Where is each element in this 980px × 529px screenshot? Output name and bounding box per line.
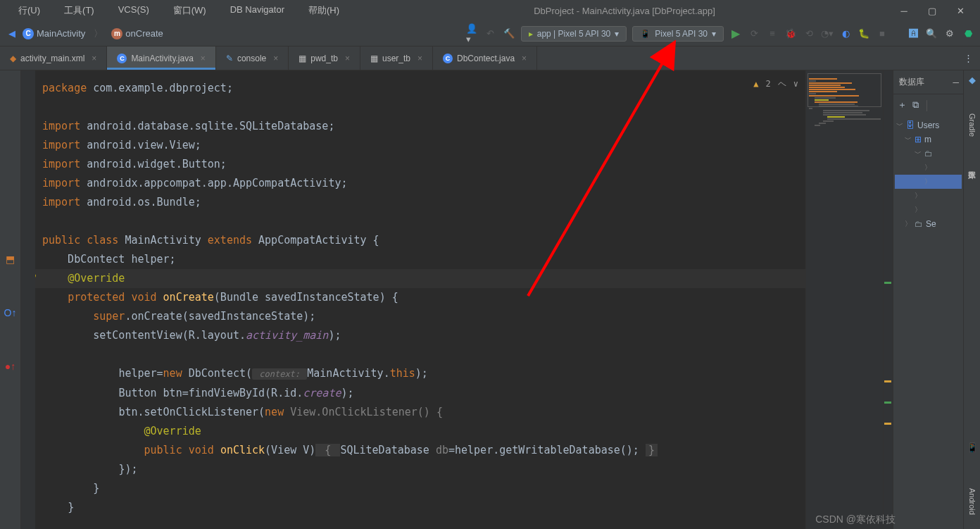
tab-label: console <box>237 54 266 63</box>
close-icon[interactable]: × <box>345 54 350 63</box>
apply-changes-icon[interactable]: ⟳ <box>748 27 760 40</box>
menu-help[interactable]: 帮助(H) <box>297 1 351 20</box>
tree-item-leaf1[interactable]: 〉 <box>895 161 962 175</box>
prev-highlight-icon[interactable]: ヘ <box>778 75 786 94</box>
marker-green[interactable] <box>884 282 891 284</box>
hammer-icon[interactable]: 🔨 <box>503 27 515 40</box>
code-token: @Override <box>144 425 201 437</box>
minimap-viewport[interactable] <box>808 73 881 107</box>
add-icon[interactable]: ＋ <box>898 99 907 111</box>
titlebar: 行(U) 工具(T) VCS(S) 窗口(W) DB Navigator 帮助(… <box>0 0 980 21</box>
error-stripe[interactable] <box>883 70 893 529</box>
gradle-tab[interactable]: Gradle <box>968 113 976 137</box>
marker-warning[interactable] <box>884 423 891 425</box>
tree-label: Se <box>926 219 936 229</box>
hide-panel-icon[interactable]: ─ <box>953 77 959 87</box>
tab-pwd-tb[interactable]: ▦ pwd_tb × <box>289 46 360 70</box>
code-token: } <box>68 501 74 514</box>
database-panel-title[interactable]: 数据库 ─ <box>893 70 963 94</box>
menu-run[interactable]: 行(U) <box>7 1 51 20</box>
profiler-icon[interactable]: ◔▾ <box>821 27 834 40</box>
marker-warning[interactable] <box>884 380 891 382</box>
android-tab[interactable]: Android <box>968 488 976 515</box>
copy-icon[interactable]: ⧉ <box>912 99 919 111</box>
android-icon: ▸ <box>529 29 533 39</box>
maximize-button[interactable]: ▢ <box>926 6 938 16</box>
tab-dbcontect[interactable]: C DbContect.java × <box>433 46 537 70</box>
run-button[interactable]: ▶ <box>729 27 742 40</box>
minimap[interactable] <box>805 70 883 529</box>
menu-window[interactable]: 窗口(W) <box>162 1 218 20</box>
minimize-button[interactable]: ─ <box>898 6 910 16</box>
code-token: import <box>42 196 87 209</box>
tree-item-se[interactable]: 〉 🗀 Se <box>895 217 962 231</box>
run-config-selector[interactable]: ▸ app | Pixel 5 API 30 ▾ <box>521 26 627 42</box>
database-panel: 数据库 ─ ＋ ⧉ │ ﹀ 🗄 Users ﹀ ⊞ m ﹀ 🗀 〉 <box>893 70 963 529</box>
code-token: SQLiteDatabase <box>340 444 435 456</box>
settings-icon[interactable]: ⚙ <box>943 27 956 40</box>
speedometer-icon[interactable]: ◐ <box>839 27 852 40</box>
search-icon[interactable]: 🔍 <box>925 27 938 40</box>
close-icon[interactable]: × <box>417 54 422 63</box>
tree-item-leaf2[interactable]: 〉 <box>895 175 962 189</box>
code-area[interactable]: ▲ 2 ヘ ∨ package com.example.dbproject; i… <box>35 70 805 529</box>
warning-count: 2 <box>766 75 771 94</box>
close-icon[interactable]: × <box>273 54 278 63</box>
breadcrumb-class[interactable]: C MainActivity <box>18 27 89 41</box>
right-tool-strip: ◆ Gradle 数据库 📱 Android <box>963 70 980 529</box>
close-icon[interactable]: × <box>522 54 527 63</box>
close-button[interactable]: ✕ <box>955 6 966 16</box>
editor[interactable]: ▲ 2 ヘ ∨ package com.example.dbproject; i… <box>21 70 893 529</box>
error-icon[interactable]: ●↑ <box>5 361 15 372</box>
intention-bulb-icon[interactable]: 💡 <box>35 269 39 288</box>
emulator-icon[interactable]: ⬣ <box>962 27 974 40</box>
code-token: onClick <box>220 444 265 456</box>
gradle-icon[interactable]: ◆ <box>969 75 976 85</box>
tree-item-users[interactable]: ﹀ 🗄 Users <box>895 118 962 132</box>
tab-main-activity[interactable]: C MainActivity.java × <box>107 46 216 70</box>
android-phone-icon[interactable]: 📱 <box>967 442 978 453</box>
tabs-overflow[interactable]: ⋮ <box>964 46 980 70</box>
tab-user-tb[interactable]: ▦ user_tb × <box>360 46 433 70</box>
debug-button[interactable]: 🐞 <box>784 27 797 40</box>
user-icon[interactable]: 👤▾ <box>466 27 479 40</box>
tab-activity-main-xml[interactable]: ◆ activity_main.xml × <box>0 46 107 70</box>
coverage-icon[interactable]: ⟲ <box>803 27 815 40</box>
menu-tools[interactable]: 工具(T) <box>53 1 106 20</box>
chevron-down-icon: ﹀ <box>905 135 912 144</box>
translate-icon[interactable]: 🅰 <box>907 27 919 40</box>
tree-item-m[interactable]: ﹀ ⊞ m <box>895 132 962 147</box>
class-icon: C <box>443 54 453 63</box>
menu-dbnav[interactable]: DB Navigator <box>219 1 296 20</box>
code-token: }); <box>118 463 137 475</box>
inspection-widget[interactable]: ▲ 2 ヘ ∨ <box>753 75 798 94</box>
tree-item-folder1[interactable]: ﹀ 🗀 <box>895 147 962 161</box>
tree-item-leaf4[interactable]: 〉 <box>895 203 962 217</box>
next-highlight-icon[interactable]: ∨ <box>793 75 798 94</box>
stop-button[interactable]: ■ <box>876 27 888 40</box>
more-icon: ⋮ <box>964 53 973 63</box>
marker-green[interactable] <box>884 402 891 404</box>
android-debug-icon[interactable]: 🐛 <box>857 27 870 40</box>
device-selector[interactable]: 📱 Pixel 5 API 30 ▾ <box>632 26 724 42</box>
tab-label: DbContect.java <box>457 54 515 63</box>
code-token: protected void <box>68 291 163 304</box>
code-token: =helper.getWritableDatabase(); <box>448 444 646 456</box>
code-token: DbContect helper; <box>42 253 176 266</box>
code-token: new <box>265 406 290 418</box>
tree-item-leaf3[interactable]: 〉 <box>895 189 962 203</box>
override-icon[interactable]: O↑ <box>4 307 17 318</box>
back-arrow-icon[interactable]: ↶ <box>484 27 497 40</box>
tab-console[interactable]: ✎ console × <box>216 46 289 70</box>
schema-icon: ⊞ <box>915 135 922 144</box>
close-icon[interactable]: × <box>92 54 96 63</box>
debug-activity-icon[interactable]: ≡ <box>766 27 779 40</box>
close-icon[interactable]: × <box>201 54 206 63</box>
code-token: public class <box>42 234 125 247</box>
nav-back-icon[interactable]: ◀ <box>6 27 18 40</box>
code-token: extends <box>208 234 258 247</box>
chevron-right-icon: 〉 <box>915 205 922 215</box>
menu-vcs[interactable]: VCS(S) <box>107 1 161 20</box>
structure-icon[interactable]: ⬒ <box>6 254 15 265</box>
breadcrumb-method[interactable]: m onCreate <box>107 27 167 41</box>
